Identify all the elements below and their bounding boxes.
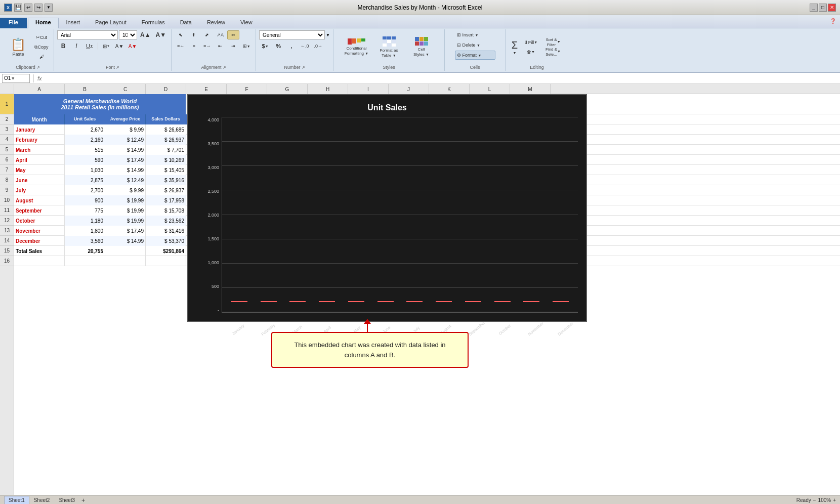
cell-11a[interactable]: September [14, 205, 65, 216]
zoom-slider[interactable]: 100% [818, 497, 831, 503]
col-header-f[interactable]: F [227, 84, 267, 94]
fill-button[interactable]: ⬇Fill▼ [522, 38, 540, 47]
row-num-1[interactable]: 1 [0, 94, 14, 114]
alignment-expand-icon[interactable]: ↗ [223, 65, 226, 70]
cell-3b[interactable]: 2,670 [65, 124, 105, 135]
chart-bar[interactable] [319, 301, 335, 302]
cell-12d[interactable]: $ 23,562 [146, 216, 186, 226]
increase-indent-button[interactable]: ⇥ [227, 41, 239, 51]
cell-5a[interactable]: March [14, 145, 65, 155]
paste-button[interactable]: 📋 Paste [5, 33, 31, 61]
cell-16a[interactable] [14, 256, 65, 266]
cell-16d[interactable] [146, 256, 186, 266]
align-right-button[interactable]: ≡→ [201, 41, 213, 51]
col-header-b[interactable]: B [65, 84, 105, 94]
cell-3c[interactable]: $ 9.99 [105, 124, 146, 135]
insert-button[interactable]: ⊞ Insert ▼ [455, 30, 495, 39]
cell-10a[interactable]: August [14, 195, 65, 205]
close-button[interactable]: ✕ [828, 4, 836, 12]
conditional-formatting-button[interactable]: ConditionalFormatting ▼ [341, 32, 372, 62]
row-num-9[interactable]: 9 [0, 185, 14, 195]
chart-bar[interactable] [348, 301, 364, 302]
wrap-text-button[interactable]: ⇔ [227, 30, 239, 39]
cell-5c[interactable]: $ 14.99 [105, 145, 146, 155]
cell-6b[interactable]: 590 [65, 155, 105, 165]
cell-15b[interactable]: 20,755 [65, 246, 105, 256]
angle-text-button[interactable]: ↗A [214, 30, 226, 39]
decrease-indent-button[interactable]: ⇤ [214, 41, 226, 51]
row-num-4[interactable]: 4 [0, 135, 14, 145]
increase-decimal-button[interactable]: .0→ [312, 41, 325, 51]
col-header-g[interactable]: G [267, 84, 308, 94]
chart-bar[interactable] [436, 301, 452, 302]
cell-10d[interactable]: $ 17,958 [146, 195, 186, 205]
cell-2a[interactable]: Month [14, 114, 65, 124]
tab-view[interactable]: View [233, 18, 260, 28]
table-merged-header[interactable]: General Merchandise World 2011 Retail Sa… [14, 94, 186, 114]
number-format-select[interactable]: General [259, 30, 325, 39]
currency-button[interactable]: $▼ [259, 41, 271, 51]
tab-insert[interactable]: Insert [59, 18, 88, 28]
row-num-6[interactable]: 6 [0, 155, 14, 165]
cell-2c[interactable]: Average Price [105, 114, 146, 124]
cell-13b[interactable]: 1,800 [65, 226, 105, 236]
tab-file[interactable]: File [0, 18, 27, 28]
cell-16b[interactable] [65, 256, 105, 266]
cell-6c[interactable]: $ 17.49 [105, 155, 146, 165]
add-sheet-button[interactable]: + [79, 496, 87, 505]
cell-12b[interactable]: 1,180 [65, 216, 105, 226]
cell-4b[interactable]: 2,160 [65, 135, 105, 145]
quick-access-toolbar[interactable]: X 💾 ↩ ↪ ▼ [4, 4, 53, 12]
format-painter-button[interactable]: 🖌 [32, 52, 51, 61]
cell-7b[interactable]: 1,030 [65, 165, 105, 175]
col-header-e[interactable]: E [186, 84, 227, 94]
cell-14a[interactable]: December [14, 236, 65, 246]
cell-11b[interactable]: 775 [65, 205, 105, 216]
bold-button[interactable]: B [57, 41, 69, 51]
tab-data[interactable]: Data [173, 18, 199, 28]
cell-2b[interactable]: Unit Sales [65, 114, 105, 124]
cell-8d[interactable]: $ 35,916 [146, 175, 186, 185]
cell-14d[interactable]: $ 53,370 [146, 236, 186, 246]
row-num-14[interactable]: 14 [0, 236, 14, 246]
cell-7c[interactable]: $ 14.99 [105, 165, 146, 175]
tab-page-layout[interactable]: Page Layout [88, 18, 134, 28]
align-top-left-button[interactable]: ⬉ [175, 30, 187, 39]
cell-11d[interactable]: $ 15,708 [146, 205, 186, 216]
formula-input[interactable] [44, 74, 838, 83]
cell-3a[interactable]: January [14, 124, 65, 135]
cell-ref-dropdown-icon[interactable]: ▼ [11, 76, 15, 81]
cell-12c[interactable]: $ 19.99 [105, 216, 146, 226]
help-icon[interactable]: ❓ [826, 17, 840, 28]
cell-6a[interactable]: April [14, 155, 65, 165]
col-header-i[interactable]: I [348, 84, 389, 94]
cell-9c[interactable]: $ 9.99 [105, 185, 146, 195]
cell-13c[interactable]: $ 17.49 [105, 226, 146, 236]
maximize-button[interactable]: □ [819, 4, 827, 12]
cell-8b[interactable]: 2,875 [65, 175, 105, 185]
cell-9b[interactable]: 2,700 [65, 185, 105, 195]
chart-bar[interactable] [494, 301, 511, 302]
align-top-right-button[interactable]: ⬈ [201, 30, 213, 39]
chart-bar[interactable] [406, 301, 423, 302]
format-button[interactable]: ⚙ Format ▼ [455, 51, 495, 60]
undo-icon[interactable]: ↩ [24, 4, 32, 12]
delete-button[interactable]: ⊟ Delete ▼ [455, 40, 495, 50]
col-header-l[interactable]: L [470, 84, 510, 94]
cell-10c[interactable]: $ 19.99 [105, 195, 146, 205]
customize-icon[interactable]: ▼ [45, 4, 53, 12]
cell-9a[interactable]: July [14, 185, 65, 195]
row-num-7[interactable]: 7 [0, 165, 14, 175]
cell-7a[interactable]: May [14, 165, 65, 175]
col-header-m[interactable]: M [510, 84, 551, 94]
row-num-8[interactable]: 8 [0, 175, 14, 185]
zoom-out-button[interactable]: − [813, 497, 816, 503]
cell-15d[interactable]: $291,864 [146, 246, 186, 256]
percent-button[interactable]: % [272, 41, 284, 51]
italic-button[interactable]: I [70, 41, 82, 51]
chart-bar[interactable] [465, 301, 481, 302]
cell-10b[interactable]: 900 [65, 195, 105, 205]
cut-button[interactable]: ✂ Cut [32, 33, 51, 42]
row-num-15[interactable]: 15 [0, 246, 14, 256]
row-num-12[interactable]: 12 [0, 216, 14, 226]
